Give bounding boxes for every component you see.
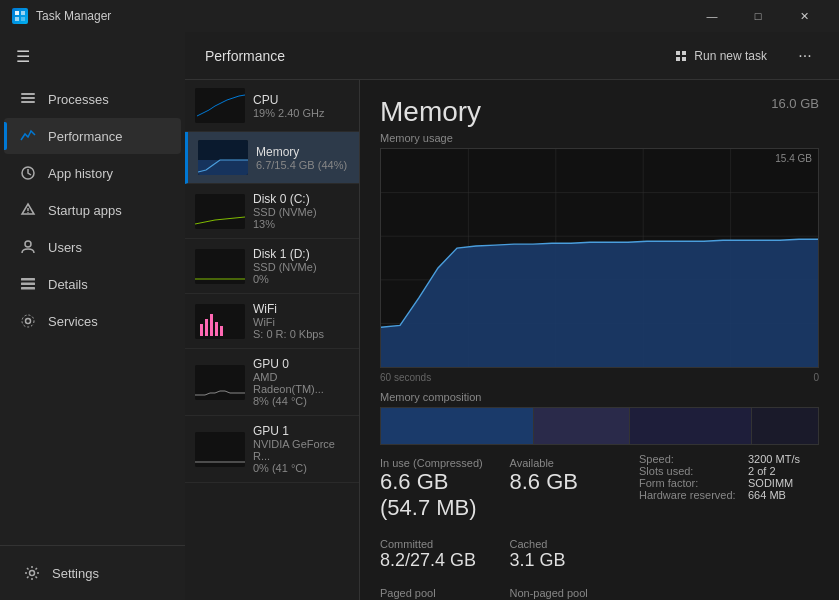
sidebar-item-details[interactable]: Details	[4, 266, 181, 302]
svg-rect-31	[215, 322, 218, 336]
svg-rect-3	[21, 17, 25, 21]
speed-value: 3200 MT/s	[748, 453, 800, 465]
gpu0-name: GPU 0	[253, 357, 349, 371]
detail-header: Memory 16.0 GB	[380, 96, 819, 128]
hw-reserved-value: 664 MB	[748, 489, 786, 501]
stat-in-use: In use (Compressed) 6.6 GB (54.7 MB)	[380, 453, 490, 526]
svg-rect-13	[21, 283, 35, 286]
in-use-value: 6.6 GB (54.7 MB)	[380, 469, 490, 522]
maximize-button[interactable]: □	[735, 0, 781, 32]
titlebar: Task Manager — □ ✕	[0, 0, 839, 32]
comp-in-use	[381, 408, 534, 444]
available-value: 8.6 GB	[510, 469, 620, 495]
settings-icon	[24, 565, 40, 581]
minimize-button[interactable]: —	[689, 0, 735, 32]
chart-time-labels: 60 seconds 0	[380, 372, 819, 383]
cpu-name: CPU	[253, 93, 349, 107]
svg-rect-32	[220, 326, 223, 336]
sidebar-item-app-history[interactable]: App history	[4, 155, 181, 191]
sidebar-item-settings[interactable]: Settings	[8, 555, 177, 591]
svg-rect-6	[21, 101, 35, 103]
svg-point-15	[26, 319, 31, 324]
slots-value: 2 of 2	[748, 465, 776, 477]
close-button[interactable]: ✕	[781, 0, 827, 32]
svg-rect-21	[682, 57, 686, 61]
disk0-name: Disk 0 (C:)	[253, 192, 349, 206]
stat-non-paged: Non-paged pool 527 MB	[510, 583, 620, 600]
svg-rect-25	[195, 194, 245, 229]
wifi-sub1: WiFi	[253, 316, 349, 328]
sidebar-item-services[interactable]: Services	[4, 303, 181, 339]
svg-rect-14	[21, 287, 35, 290]
paged-pool-label: Paged pool	[380, 587, 490, 599]
svg-rect-12	[21, 278, 35, 281]
form-factor-value: SODIMM	[748, 477, 793, 489]
speed-label: Speed:	[639, 453, 744, 465]
sidebar-item-performance[interactable]: Performance	[4, 118, 181, 154]
stat-cached: Cached 3.1 GB	[510, 534, 620, 576]
gpu1-name: GPU 1	[253, 424, 349, 438]
svg-point-11	[25, 241, 31, 247]
device-item-cpu[interactable]: CPU 19% 2.40 GHz	[185, 80, 359, 132]
device-item-memory[interactable]: Memory 6.7/15.4 GB (44%)	[185, 132, 359, 184]
sidebar-bottom: Settings	[0, 545, 185, 600]
device-item-gpu0[interactable]: GPU 0 AMD Radeon(TM)... 8% (44 °C)	[185, 349, 359, 416]
available-label: Available	[510, 457, 620, 469]
comp-modified	[534, 408, 630, 444]
device-item-gpu1[interactable]: GPU 1 NVIDIA GeForce R... 0% (41 °C)	[185, 416, 359, 483]
stat-committed: Committed 8.2/27.4 GB	[380, 534, 490, 576]
form-factor-row: Form factor: SODIMM	[639, 477, 819, 489]
svg-point-10	[27, 212, 28, 213]
gpu1-info: GPU 1 NVIDIA GeForce R... 0% (41 °C)	[253, 424, 349, 474]
svg-rect-0	[15, 11, 19, 15]
toolbar-title: Performance	[205, 48, 285, 64]
toolbar-right: Run new task ···	[662, 42, 819, 70]
disk0-thumbnail	[195, 194, 245, 229]
comp-standby	[630, 408, 752, 444]
disk0-info: Disk 0 (C:) SSD (NVMe) 13%	[253, 192, 349, 230]
comp-free	[752, 408, 818, 444]
disk1-thumbnail	[195, 249, 245, 284]
sidebar-item-processes[interactable]: Processes	[4, 81, 181, 117]
chart-top-value: 15.4 GB	[775, 153, 812, 164]
device-item-disk0[interactable]: Disk 0 (C:) SSD (NVMe) 13%	[185, 184, 359, 239]
device-item-wifi[interactable]: WiFi WiFi S: 0 R: 0 Kbps	[185, 294, 359, 349]
hamburger-icon[interactable]: ☰	[16, 47, 30, 66]
composition-label: Memory composition	[380, 391, 819, 403]
svg-rect-24	[198, 160, 248, 175]
processes-icon	[20, 91, 36, 107]
sidebar-item-users[interactable]: Users	[4, 229, 181, 265]
svg-rect-4	[21, 93, 35, 95]
sidebar-item-startup-apps[interactable]: Startup apps	[4, 192, 181, 228]
gpu0-sub1: AMD Radeon(TM)...	[253, 371, 349, 395]
gpu0-sub2: 8% (44 °C)	[253, 395, 349, 407]
sidebar-item-users-label: Users	[48, 240, 82, 255]
stat-available: Available 8.6 GB	[510, 453, 620, 526]
main-container: ☰ Processes	[0, 32, 839, 600]
speed-row: Speed: 3200 MT/s	[639, 453, 819, 465]
form-factor-label: Form factor:	[639, 477, 744, 489]
run-new-task-button[interactable]: Run new task	[662, 44, 779, 68]
toolbar: Performance Run new task ···	[185, 32, 839, 80]
more-options-button[interactable]: ···	[791, 42, 819, 70]
sidebar-item-details-label: Details	[48, 277, 88, 292]
svg-rect-2	[15, 17, 19, 21]
sidebar-item-settings-label: Settings	[52, 566, 99, 581]
memory-name: Memory	[256, 145, 349, 159]
memory-info: Memory 6.7/15.4 GB (44%)	[256, 145, 349, 171]
hw-reserved-label: Hardware reserved:	[639, 489, 744, 501]
cached-value: 3.1 GB	[510, 550, 620, 572]
device-item-disk1[interactable]: Disk 1 (D:) SSD (NVMe) 0%	[185, 239, 359, 294]
app-icon	[12, 8, 28, 24]
memory-thumbnail	[198, 140, 248, 175]
sidebar-nav: Processes Performance A	[0, 80, 185, 545]
cpu-thumbnail	[195, 88, 245, 123]
svg-point-17	[30, 571, 35, 576]
non-paged-label: Non-paged pool	[510, 587, 620, 599]
svg-rect-30	[210, 314, 213, 336]
gpu1-sub1: NVIDIA GeForce R...	[253, 438, 349, 462]
sidebar-item-services-label: Services	[48, 314, 98, 329]
sidebar-item-app-history-label: App history	[48, 166, 113, 181]
svg-point-16	[22, 315, 34, 327]
hw-reserved-row: Hardware reserved: 664 MB	[639, 489, 819, 501]
